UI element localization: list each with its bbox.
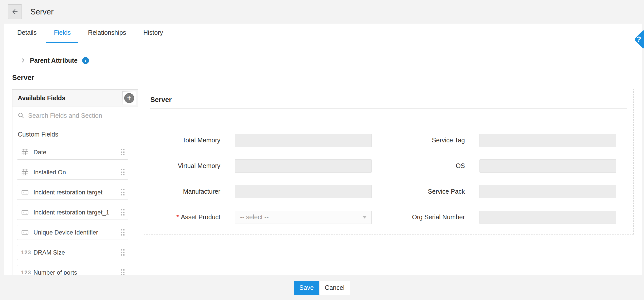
form-grid: Total Memory Service Tag Virtual Memory … — [144, 127, 633, 230]
form-field-virtual-memory: Virtual Memory — [144, 153, 389, 179]
form-field-asset-product: *Asset Product -- select -- — [144, 204, 389, 230]
field-label-text: Asset Product — [181, 213, 220, 221]
service-pack-input[interactable] — [479, 185, 616, 198]
field-card-label: Incident restoration target — [33, 189, 121, 196]
field-card-number-of-ports[interactable]: 123 Number of ports — [17, 265, 128, 275]
field-card-label: Installed On — [33, 169, 121, 176]
field-card-incident-restoration-target[interactable]: Incident restoration target — [17, 185, 128, 200]
drag-handle-icon[interactable] — [121, 269, 124, 275]
search-icon — [17, 112, 25, 119]
text-field-icon — [21, 208, 30, 216]
manufacturer-input[interactable] — [235, 185, 372, 198]
form-field-os: OS — [389, 153, 634, 179]
field-label: Manufacturer — [144, 188, 220, 195]
section-title: Server — [12, 74, 34, 82]
chevron-right-icon — [20, 58, 26, 63]
org-serial-number-input[interactable] — [479, 211, 616, 224]
tab-label: Relationships — [88, 29, 126, 36]
dropdown-caret-icon — [362, 216, 367, 219]
calendar-icon — [21, 168, 30, 176]
form-field-org-serial-number: Org Serial Number — [389, 204, 634, 230]
field-label: *Asset Product — [144, 213, 220, 221]
field-card-list: Date Installed On Incident restoration t… — [12, 138, 138, 275]
field-card-label: DRAM Size — [33, 249, 121, 256]
form-section-panel: Server Total Memory Service Tag Virtual … — [144, 89, 634, 235]
custom-fields-group-label: Custom Fields — [12, 124, 138, 138]
available-fields-panel: Available Fields + Custom Fields Date — [12, 89, 138, 275]
text-field-icon — [21, 228, 30, 236]
field-card-label: Number of ports — [33, 269, 121, 275]
field-card-label: Incident restoration target_1 — [33, 209, 121, 216]
drag-handle-icon[interactable] — [121, 149, 124, 155]
text-field-icon — [21, 188, 30, 196]
tab-bar: Details Fields Relationships History — [4, 24, 642, 43]
service-tag-input[interactable] — [479, 134, 616, 147]
top-bar: Server — [0, 0, 644, 24]
tab-label: History — [143, 29, 163, 36]
tab-label: Details — [17, 29, 37, 36]
asset-product-select[interactable]: -- select -- — [235, 211, 372, 224]
search-row — [12, 107, 138, 124]
form-field-total-memory: Total Memory — [144, 127, 389, 153]
back-arrow-icon — [11, 8, 19, 15]
virtual-memory-input[interactable] — [235, 159, 372, 173]
field-label: Service Tag — [389, 137, 465, 144]
field-label: OS — [389, 162, 465, 170]
search-input[interactable] — [28, 112, 133, 119]
add-field-button[interactable]: + — [122, 91, 136, 105]
available-fields-title: Available Fields — [18, 94, 122, 102]
available-fields-header: Available Fields + — [12, 90, 138, 107]
tab-relationships[interactable]: Relationships — [80, 24, 134, 43]
form-field-manufacturer: Manufacturer — [144, 179, 389, 204]
drag-handle-icon[interactable] — [121, 169, 124, 175]
field-card-label: Unique Device Identifier — [33, 229, 121, 236]
parent-attribute-toggle[interactable]: Parent Attribute i — [20, 55, 89, 65]
footer-bar: Save Cancel — [0, 275, 644, 300]
number-icon: 123 — [21, 269, 30, 275]
field-card-incident-restoration-target-1[interactable]: Incident restoration target_1 — [17, 205, 128, 220]
form-field-service-pack: Service Pack — [389, 179, 634, 204]
number-icon: 123 — [21, 249, 30, 256]
field-label: Virtual Memory — [144, 162, 220, 170]
tab-details[interactable]: Details — [10, 24, 44, 43]
drag-handle-icon[interactable] — [121, 209, 124, 215]
tab-label: Fields — [54, 29, 71, 36]
form-field-service-tag: Service Tag — [389, 127, 634, 153]
drag-handle-icon[interactable] — [121, 249, 124, 256]
cancel-button[interactable]: Cancel — [319, 281, 350, 295]
page-title: Server — [30, 0, 53, 24]
required-marker: * — [176, 213, 179, 221]
field-card-installed-on[interactable]: Installed On — [17, 165, 128, 180]
field-card-date[interactable]: Date — [17, 145, 128, 160]
field-card-dram-size[interactable]: 123 DRAM Size — [17, 245, 128, 260]
field-label: Org Serial Number — [389, 213, 465, 221]
select-value: -- select -- — [240, 213, 362, 221]
tab-history[interactable]: History — [136, 24, 171, 43]
field-card-label: Date — [33, 149, 121, 156]
field-label: Total Memory — [144, 137, 220, 144]
drag-handle-icon[interactable] — [121, 189, 124, 195]
parent-attribute-label: Parent Attribute — [30, 57, 78, 64]
field-label: Service Pack — [389, 188, 465, 195]
main-card: Details Fields Relationships History Par… — [4, 24, 642, 275]
content-area: Parent Attribute i Server Available Fiel… — [4, 43, 642, 275]
question-mark-icon: ? — [636, 35, 641, 44]
calendar-icon — [21, 148, 30, 156]
total-memory-input[interactable] — [235, 134, 372, 147]
tab-fields[interactable]: Fields — [46, 24, 78, 43]
field-card-unique-device-identifier[interactable]: Unique Device Identifier — [17, 225, 128, 240]
plus-icon: + — [124, 93, 134, 103]
help-button[interactable]: ? — [632, 29, 644, 49]
back-button[interactable] — [8, 4, 22, 19]
info-icon[interactable]: i — [82, 57, 89, 64]
form-section-title: Server — [150, 96, 627, 109]
save-button[interactable]: Save — [294, 281, 319, 295]
drag-handle-icon[interactable] — [121, 229, 124, 236]
os-input[interactable] — [479, 159, 616, 173]
